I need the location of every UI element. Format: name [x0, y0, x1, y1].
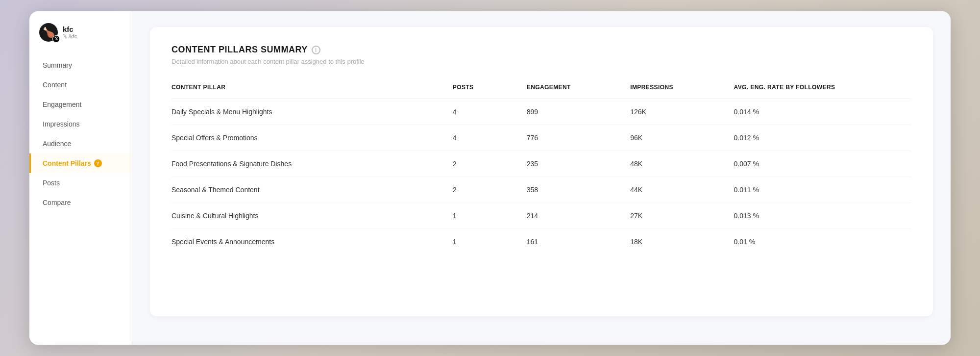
- table-row: Seasonal & Themed Content 2 358 44K 0.01…: [172, 177, 911, 203]
- col-header-pillar: CONTENT PILLAR: [172, 79, 453, 99]
- sidebar-label-engagement: Engagement: [43, 101, 81, 108]
- sidebar-label-content: Content: [43, 81, 67, 89]
- cell-engagement-5: 161: [527, 229, 630, 255]
- brand-handle: 𝕏 /kfc: [63, 33, 77, 40]
- cell-engagement-1: 776: [527, 125, 630, 151]
- sidebar-label-compare: Compare: [43, 199, 71, 206]
- brand-logo-wrapper: 🍗 𝕏: [39, 23, 58, 42]
- sidebar: 🍗 𝕏 kfc 𝕏 /kfc Summary Content Engagemen…: [29, 11, 132, 345]
- cell-impressions-4: 27K: [630, 203, 734, 229]
- cell-posts-5: 1: [453, 229, 527, 255]
- sidebar-label-posts: Posts: [43, 179, 60, 187]
- cell-posts-2: 2: [453, 151, 527, 177]
- cell-pillar-2: Food Presentations & Signature Dishes: [172, 151, 453, 177]
- cell-impressions-1: 96K: [630, 125, 734, 151]
- sidebar-label-summary: Summary: [43, 61, 72, 69]
- app-window: 🍗 𝕏 kfc 𝕏 /kfc Summary Content Engagemen…: [29, 11, 951, 345]
- sidebar-item-compare[interactable]: Compare: [29, 193, 132, 212]
- cell-pillar-4: Cuisine & Cultural Highlights: [172, 203, 453, 229]
- sidebar-nav: Summary Content Engagement Impressions A…: [29, 55, 132, 212]
- col-header-posts: POSTS: [453, 79, 527, 99]
- cell-avgrate-2: 0.007 %: [734, 151, 911, 177]
- section-subtitle: Detailed information about each content …: [172, 58, 911, 65]
- sidebar-item-posts[interactable]: Posts: [29, 173, 132, 193]
- table-header-row: CONTENT PILLAR POSTS ENGAGEMENT IMPRESSI…: [172, 79, 911, 99]
- sidebar-item-audience[interactable]: Audience: [29, 134, 132, 153]
- cell-impressions-2: 48K: [630, 151, 734, 177]
- cell-avgrate-4: 0.013 %: [734, 203, 911, 229]
- section-title-text: CONTENT PILLARS SUMMARY: [172, 45, 308, 55]
- cell-posts-0: 4: [453, 99, 527, 125]
- sidebar-label-content-pillars: Content Pillars: [43, 159, 91, 167]
- cell-engagement-3: 358: [527, 177, 630, 203]
- table-row: Food Presentations & Signature Dishes 2 …: [172, 151, 911, 177]
- info-icon[interactable]: i: [312, 46, 320, 54]
- sidebar-label-impressions: Impressions: [43, 120, 79, 128]
- table-row: Special Offers & Promotions 4 776 96K 0.…: [172, 125, 911, 151]
- table-row: Special Events & Announcements 1 161 18K…: [172, 229, 911, 255]
- cell-engagement-0: 899: [527, 99, 630, 125]
- cell-pillar-5: Special Events & Announcements: [172, 229, 453, 255]
- cell-posts-1: 4: [453, 125, 527, 151]
- brand-section: 🍗 𝕏 kfc 𝕏 /kfc: [29, 23, 132, 55]
- brand-name: kfc: [63, 25, 77, 33]
- content-card: CONTENT PILLARS SUMMARY i Detailed infor…: [150, 27, 933, 316]
- cell-engagement-2: 235: [527, 151, 630, 177]
- cell-avgrate-3: 0.011 %: [734, 177, 911, 203]
- content-pillars-table: CONTENT PILLAR POSTS ENGAGEMENT IMPRESSI…: [172, 79, 911, 254]
- sidebar-item-content[interactable]: Content: [29, 75, 132, 95]
- sidebar-label-audience: Audience: [43, 140, 71, 148]
- sidebar-item-summary[interactable]: Summary: [29, 55, 132, 75]
- cell-avgrate-5: 0.01 %: [734, 229, 911, 255]
- col-header-avgrate: AVG. ENG. RATE BY FOLLOWERS: [734, 79, 911, 99]
- col-header-engagement: ENGAGEMENT: [527, 79, 630, 99]
- brand-info: kfc 𝕏 /kfc: [63, 25, 77, 40]
- section-header: CONTENT PILLARS SUMMARY i Detailed infor…: [172, 45, 911, 65]
- cell-avgrate-0: 0.014 %: [734, 99, 911, 125]
- cell-avgrate-1: 0.012 %: [734, 125, 911, 151]
- table-row: Daily Specials & Menu Highlights 4 899 1…: [172, 99, 911, 125]
- section-title: CONTENT PILLARS SUMMARY i: [172, 45, 911, 55]
- content-pillars-badge: ?: [94, 159, 102, 167]
- main-content: CONTENT PILLARS SUMMARY i Detailed infor…: [132, 11, 951, 345]
- sidebar-item-engagement[interactable]: Engagement: [29, 95, 132, 114]
- table-row: Cuisine & Cultural Highlights 1 214 27K …: [172, 203, 911, 229]
- cell-impressions-3: 44K: [630, 177, 734, 203]
- cell-engagement-4: 214: [527, 203, 630, 229]
- sidebar-item-content-pillars[interactable]: Content Pillars ?: [29, 153, 132, 173]
- cell-posts-3: 2: [453, 177, 527, 203]
- cell-posts-4: 1: [453, 203, 527, 229]
- x-platform-badge: 𝕏: [52, 35, 60, 43]
- cell-pillar-3: Seasonal & Themed Content: [172, 177, 453, 203]
- cell-pillar-0: Daily Specials & Menu Highlights: [172, 99, 453, 125]
- col-header-impressions: IMPRESSIONS: [630, 79, 734, 99]
- cell-impressions-0: 126K: [630, 99, 734, 125]
- cell-impressions-5: 18K: [630, 229, 734, 255]
- sidebar-item-impressions[interactable]: Impressions: [29, 114, 132, 134]
- cell-pillar-1: Special Offers & Promotions: [172, 125, 453, 151]
